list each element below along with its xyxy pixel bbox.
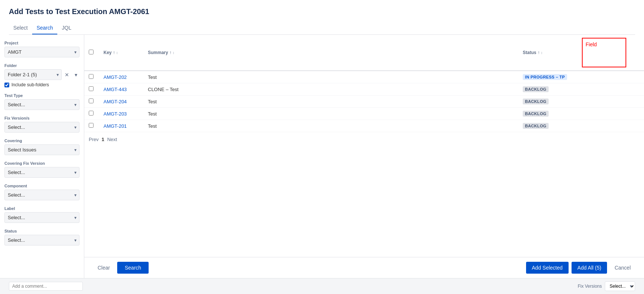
select-all-checkbox[interactable] [89, 50, 94, 54]
row-checkbox-cell [84, 108, 99, 120]
row-status-cell: BACKLOG [518, 83, 577, 96]
row-checkbox[interactable] [89, 74, 94, 79]
footer-left: Clear Search [93, 262, 149, 274]
table-container: Key ↑ Summary ↑ Status ↑ Field [84, 35, 644, 257]
search-button[interactable]: Search [117, 262, 148, 274]
covering-select-wrapper: Select Issues [4, 144, 79, 155]
label-select[interactable]: Select... [4, 212, 79, 223]
table-row: AMGT-443 CLONE – Test BACKLOG [84, 83, 644, 96]
row-field-cell [577, 83, 644, 96]
tabs-bar: Select Search JQL [9, 22, 635, 35]
table-row: AMGT-202 Test IN PROGRESS – TP [84, 71, 644, 83]
add-all-button[interactable]: Add All (5) [572, 262, 607, 274]
tab-jql[interactable]: JQL [57, 22, 76, 34]
folder-select[interactable]: Folder 2-1 (5) [4, 69, 62, 80]
folder-select-wrapper: Folder 2-1 (5) [4, 69, 62, 80]
fix-versions-select-wrapper: Select... [605, 281, 635, 291]
row-summary-cell: Test [143, 96, 518, 108]
row-checkbox[interactable] [89, 111, 94, 116]
covering-fix-version-select-wrapper: Select... [4, 167, 79, 178]
row-checkbox-cell [84, 120, 99, 132]
pagination: Prev 1 Next [84, 132, 644, 147]
row-key-cell: AMGT-204 [99, 96, 143, 108]
row-checkbox-cell [84, 71, 99, 83]
table-header-row: Key ↑ Summary ↑ Status ↑ Field [84, 35, 644, 71]
row-status-cell: BACKLOG [518, 96, 577, 108]
project-label: Project [4, 41, 79, 45]
covering-select[interactable]: Select Issues [4, 144, 79, 155]
row-key-cell: AMGT-202 [99, 71, 143, 83]
label-label: Label [4, 206, 79, 211]
folder-expand-button[interactable]: ▾ [72, 71, 79, 78]
select-all-header[interactable] [84, 35, 99, 71]
row-checkbox[interactable] [89, 98, 94, 103]
fix-version-filter: Fix Version/s Select... [4, 116, 79, 133]
project-select-wrapper: AMGT [4, 47, 79, 57]
field-column-header: Field [577, 35, 644, 71]
modal-body: Project AMGT Folder Folder 2-1 (5) ✕ [0, 35, 644, 278]
modal-header: Add Tests to Test Execution AMGT-2061 Se… [0, 0, 644, 35]
modal-footer: Clear Search Add Selected Add All (5) Ca… [84, 257, 644, 278]
status-select[interactable]: Select... [4, 235, 79, 245]
key-column-header[interactable]: Key ↑ [99, 35, 143, 71]
pagination-prev[interactable]: Prev [89, 137, 99, 142]
include-subfolders-label: Include sub-folders [11, 82, 49, 87]
key-link[interactable]: AMGT-201 [104, 123, 127, 129]
fix-versions-select[interactable]: Select... [605, 281, 635, 291]
test-type-select[interactable]: Select... [4, 99, 79, 110]
status-column-header[interactable]: Status ↑ [518, 35, 577, 71]
key-link[interactable]: AMGT-443 [104, 87, 127, 92]
row-checkbox[interactable] [89, 123, 94, 128]
tab-search[interactable]: Search [32, 22, 57, 34]
include-subfolders-checkbox[interactable] [4, 83, 9, 87]
component-select[interactable]: Select... [4, 190, 79, 200]
test-type-filter: Test Type Select... [4, 93, 79, 110]
row-checkbox-cell [84, 83, 99, 96]
include-subfolders-row: Include sub-folders [4, 82, 79, 87]
cancel-button[interactable]: Cancel [610, 262, 635, 274]
results-table: Key ↑ Summary ↑ Status ↑ Field [84, 35, 644, 132]
fix-versions-group: Fix Versions Select... [578, 281, 635, 291]
folder-clear-button[interactable]: ✕ [63, 71, 71, 78]
covering-fix-version-select[interactable]: Select... [4, 167, 79, 178]
key-link[interactable]: AMGT-202 [104, 74, 127, 80]
status-badge: BACKLOG [523, 111, 549, 117]
key-link[interactable]: AMGT-204 [104, 99, 127, 104]
tab-select[interactable]: Select [9, 22, 32, 34]
fix-version-select[interactable]: Select... [4, 122, 79, 133]
project-filter: Project AMGT [4, 41, 79, 57]
table-row: AMGT-201 Test BACKLOG [84, 120, 644, 132]
add-comment-input[interactable] [9, 282, 83, 291]
status-badge: BACKLOG [523, 86, 549, 92]
row-checkbox[interactable] [89, 86, 94, 91]
summary-column-header[interactable]: Summary ↑ [143, 35, 518, 71]
sidebar: Project AMGT Folder Folder 2-1 (5) ✕ [0, 35, 84, 278]
fix-version-label: Fix Version/s [4, 116, 79, 120]
row-field-cell [577, 120, 644, 132]
folder-row: Folder 2-1 (5) ✕ ▾ [4, 69, 79, 80]
row-field-cell [577, 96, 644, 108]
footer-right: Add Selected Add All (5) Cancel [526, 262, 635, 274]
fix-versions-label: Fix Versions [578, 284, 602, 289]
row-field-cell [577, 108, 644, 120]
covering-fix-version-label: Covering Fix Version [4, 161, 79, 166]
table-body: AMGT-202 Test IN PROGRESS – TP AMGT-443 … [84, 71, 644, 132]
component-label: Component [4, 184, 79, 188]
field-box: Field [582, 38, 626, 67]
table-row: AMGT-204 Test BACKLOG [84, 96, 644, 108]
row-summary-cell: CLONE – Test [143, 83, 518, 96]
modal-container: Add Tests to Test Execution AMGT-2061 Se… [0, 0, 644, 294]
add-selected-button[interactable]: Add Selected [526, 262, 569, 274]
pagination-next[interactable]: Next [107, 137, 117, 142]
test-type-label: Test Type [4, 93, 79, 98]
status-badge: IN PROGRESS – TP [523, 74, 567, 80]
status-label: Status [4, 229, 79, 233]
key-link[interactable]: AMGT-203 [104, 111, 127, 117]
status-badge: BACKLOG [523, 123, 549, 129]
row-status-cell: BACKLOG [518, 108, 577, 120]
folder-label: Folder [4, 63, 79, 68]
bottom-bar: Fix Versions Select... [0, 278, 644, 294]
clear-button[interactable]: Clear [93, 262, 114, 274]
project-select[interactable]: AMGT [4, 47, 79, 57]
row-summary-cell: Test [143, 120, 518, 132]
